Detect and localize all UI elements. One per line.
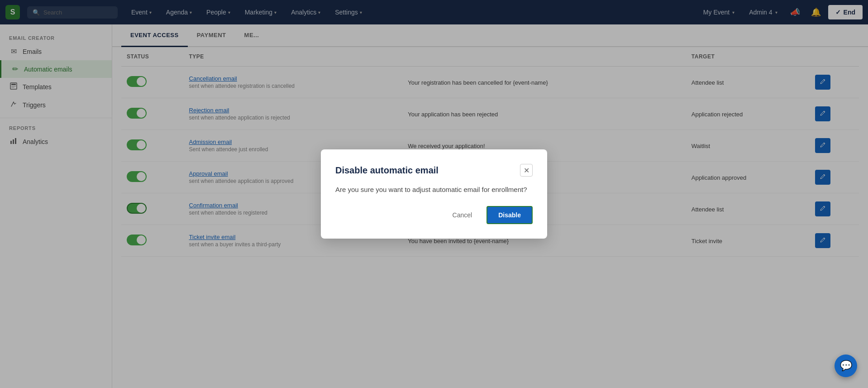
disable-email-modal: Disable automatic email ✕ Are you sure y… [321, 149, 547, 239]
chat-bubble-button[interactable]: 💬 [835, 354, 857, 377]
modal-title: Disable automatic email [335, 165, 439, 176]
modal-actions: Cancel Disable [335, 206, 533, 224]
modal-overlay[interactable]: Disable automatic email ✕ Are you sure y… [0, 0, 868, 388]
disable-button[interactable]: Disable [486, 206, 533, 224]
modal-header: Disable automatic email ✕ [335, 164, 533, 177]
chat-icon: 💬 [840, 360, 852, 372]
modal-close-button[interactable]: ✕ [520, 164, 533, 177]
modal-body: Are you sure you want to adjust automati… [335, 186, 533, 193]
cancel-button[interactable]: Cancel [444, 206, 482, 224]
